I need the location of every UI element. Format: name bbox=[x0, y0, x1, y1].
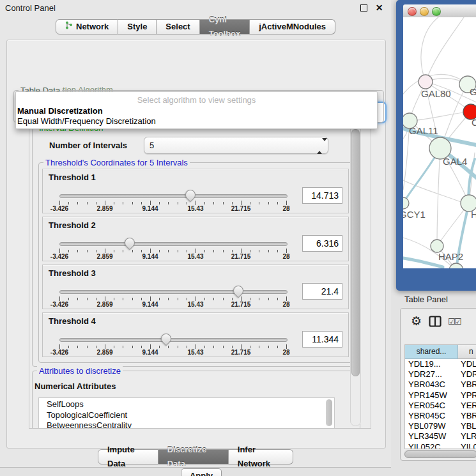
attribute-list-item[interactable]: SelfLoops bbox=[39, 400, 334, 411]
table-row[interactable]: YBL079WYBL0 bbox=[405, 421, 476, 431]
threshold-slider[interactable]: -3.4262.8599.14415.4321.71528 bbox=[59, 236, 288, 258]
cell-shared-name[interactable]: YBR045C bbox=[408, 411, 457, 421]
columns-icon[interactable] bbox=[429, 316, 441, 330]
attributes-list-scrollbar[interactable] bbox=[326, 399, 332, 426]
cell-shared-name[interactable]: YBR043C bbox=[408, 380, 457, 390]
table-row[interactable]: YDL19...YDL1 bbox=[405, 359, 476, 369]
network-graph: GAL80GACGAL11GAL4GCY1HHAP2 bbox=[403, 17, 476, 268]
cell-name[interactable]: YBR0 bbox=[461, 380, 476, 390]
numerical-attributes-list[interactable]: SelfLoopsTopologicalCoefficientBetweenne… bbox=[38, 397, 335, 429]
threshold-slider[interactable]: -3.4262.8599.14415.4321.71528 bbox=[59, 332, 288, 354]
cell-name[interactable]: YPR1 bbox=[461, 390, 476, 401]
slider-track[interactable] bbox=[59, 338, 288, 342]
slider-tick bbox=[132, 250, 133, 252]
slider-scale-label: 9.144 bbox=[142, 349, 158, 356]
slider-track[interactable] bbox=[59, 290, 288, 294]
network-node-gal80[interactable] bbox=[418, 75, 433, 89]
network-view-window[interactable]: GAL80GACGAL11GAL4GCY1HHAP2 bbox=[396, 0, 476, 291]
table-row[interactable]: YLR345WYLR3 bbox=[405, 431, 476, 441]
cell-shared-name[interactable]: YLR345W bbox=[408, 431, 457, 441]
tab-infer-network[interactable]: Infer Network bbox=[229, 449, 293, 464]
float-window-icon[interactable] bbox=[360, 4, 368, 12]
slider-track[interactable] bbox=[59, 242, 288, 246]
tab-jactivemnodules[interactable]: jActiveMNodules bbox=[250, 19, 335, 35]
slider-scale-label: -3.426 bbox=[50, 301, 68, 308]
zoom-traffic-light-icon[interactable] bbox=[432, 7, 441, 16]
table-row[interactable]: YDR27...YDR2 bbox=[405, 369, 476, 380]
select-columns-checkboxes-icon[interactable]: ☑☑ bbox=[448, 317, 460, 326]
slider-tick bbox=[178, 298, 178, 300]
column-header-shared-name[interactable]: shared... bbox=[405, 345, 458, 359]
tab-impute-data[interactable]: Impute Data bbox=[98, 449, 158, 464]
slider-scale-label: 9.144 bbox=[142, 205, 158, 212]
node-label-h: H bbox=[471, 209, 476, 220]
threshold-slider[interactable]: -3.4262.8599.14415.4321.71528 bbox=[59, 188, 288, 210]
slider-tick bbox=[213, 202, 214, 204]
popup-option-equal-width-frequency[interactable]: Equal Width/Frequency Discretization bbox=[17, 116, 376, 126]
cell-shared-name[interactable]: YER054C bbox=[408, 401, 457, 411]
column-header-name[interactable]: n bbox=[458, 345, 476, 359]
network-window-titlebar[interactable] bbox=[403, 4, 476, 18]
cell-shared-name[interactable]: YIL052C bbox=[408, 442, 457, 449]
slider-thumb[interactable] bbox=[231, 284, 246, 298]
slider-tick bbox=[114, 346, 114, 348]
attribute-list-item[interactable]: TopologicalCoefficient bbox=[39, 411, 334, 422]
table-row[interactable]: YPR145WYPR1 bbox=[405, 390, 476, 401]
table-horizontal-scrollbar-thumb[interactable] bbox=[404, 450, 476, 458]
cell-name[interactable]: YLR3 bbox=[461, 431, 476, 441]
tab-discretize-data[interactable]: Discretize Data bbox=[158, 449, 229, 464]
cell-shared-name[interactable]: YBL079W bbox=[408, 421, 457, 431]
slider-tick bbox=[159, 202, 160, 204]
settings-scrollbar[interactable] bbox=[350, 123, 361, 426]
cell-shared-name[interactable]: YPR145W bbox=[408, 390, 457, 401]
slider-track[interactable] bbox=[59, 194, 288, 198]
tab-cyni-toolbox[interactable]: Cyni Toolbox bbox=[200, 19, 250, 35]
tab-label: Network bbox=[76, 20, 109, 34]
close-traffic-light-icon[interactable] bbox=[408, 7, 417, 16]
cell-name[interactable]: YER0 bbox=[461, 401, 476, 411]
close-icon[interactable]: ✕ bbox=[375, 4, 383, 12]
node-label-gcy1: GCY1 bbox=[403, 209, 426, 220]
cell-name[interactable]: YIL0 bbox=[461, 442, 476, 449]
cell-name[interactable]: YDR2 bbox=[461, 369, 476, 380]
tab-network[interactable]: Network bbox=[56, 19, 118, 35]
network-node-gcy1[interactable] bbox=[403, 197, 409, 209]
cell-name[interactable]: YBR0 bbox=[461, 411, 476, 421]
gear-icon[interactable]: ⚙ bbox=[411, 314, 422, 328]
threshold-value-field[interactable]: 11.344 bbox=[302, 331, 342, 348]
network-icon bbox=[65, 20, 73, 34]
slider-tick bbox=[250, 202, 250, 204]
cell-name[interactable]: YBL0 bbox=[461, 421, 476, 431]
cell-shared-name[interactable]: YDR27... bbox=[408, 369, 457, 380]
cell-name[interactable]: YDL1 bbox=[461, 359, 476, 369]
algorithm-prompt-option[interactable]: Select algorithm to view settings bbox=[16, 95, 377, 105]
number-of-intervals-combobox[interactable]: 5 bbox=[144, 137, 328, 154]
network-node-hap2[interactable] bbox=[431, 240, 443, 252]
slider-thumb[interactable] bbox=[158, 332, 173, 346]
minimize-traffic-light-icon[interactable] bbox=[420, 7, 429, 16]
table-row[interactable]: YER054CYER0 bbox=[405, 401, 476, 411]
slider-scale-label: 9.144 bbox=[142, 253, 158, 260]
table-row[interactable]: YBR045CYBR0 bbox=[405, 411, 476, 421]
tab-style[interactable]: Style bbox=[118, 19, 157, 35]
node-table[interactable]: shared... n YDL19...YDL1YDR27...YDR2YBR0… bbox=[404, 344, 476, 449]
cell-shared-name[interactable]: YDL19... bbox=[408, 359, 457, 369]
table-row[interactable]: YIL052CYIL0 bbox=[405, 442, 476, 449]
popup-option-manual-discretization[interactable]: Manual Discretization bbox=[17, 106, 376, 116]
slider-tick bbox=[59, 249, 60, 253]
table-row[interactable]: YBR043CYBR0 bbox=[405, 380, 476, 390]
settings-scrollbar-thumb[interactable] bbox=[351, 129, 360, 376]
network-canvas[interactable]: GAL80GACGAL11GAL4GCY1HHAP2 bbox=[403, 17, 476, 268]
slider-tick bbox=[241, 249, 242, 253]
slider-scale-label: 2.859 bbox=[96, 205, 112, 212]
tab-select[interactable]: Select bbox=[157, 19, 199, 35]
slider-thumb[interactable] bbox=[183, 188, 198, 203]
table-horizontal-scrollbar[interactable] bbox=[404, 450, 476, 457]
threshold-value-field[interactable]: 21.4 bbox=[302, 283, 342, 300]
slider-thumb[interactable] bbox=[123, 236, 137, 250]
threshold-value-field[interactable]: 14.713 bbox=[302, 187, 342, 204]
control-panel-titlebar[interactable]: Control Panel ✕ bbox=[0, 0, 391, 17]
threshold-value-field[interactable]: 6.316 bbox=[302, 235, 342, 252]
attribute-list-item[interactable]: BetweennessCentrality bbox=[39, 421, 334, 429]
threshold-slider[interactable]: -3.4262.8599.14415.4321.71528 bbox=[59, 284, 288, 306]
